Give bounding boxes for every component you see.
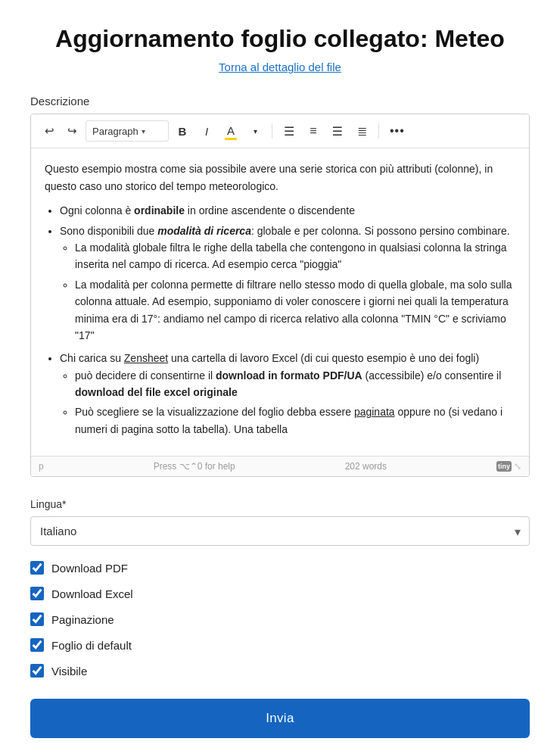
visibile-label[interactable]: Visibile [51,665,87,678]
download-pdf-label[interactable]: Download PDF [51,562,128,575]
editor-footer: p Press ⌥⌃0 for help 202 words tiny ⤡ [31,456,529,476]
bullet-item-2: Sono disponibili due modalità di ricerca… [60,223,515,344]
highlight-label: A [227,124,235,137]
sub-bullet-2a: può decidere di consentirne il download … [75,367,515,401]
checkbox-download-excel-item: Download Excel [30,587,530,600]
checkbox-foglio-default-item: Foglio di default [30,638,530,652]
back-link[interactable]: Torna al dettaglio del file [30,61,530,73]
language-select-wrapper: Italiano English Español Français Deutsc… [30,516,530,546]
main-bullet-list: Ogni colonna è ordinabile in ordine asce… [60,202,515,438]
word-count: 202 words [345,461,387,472]
download-excel-checkbox[interactable] [30,587,44,600]
description-editor: ↩ ↪ Paragraph ▾ B I A ▾ ☰ ≡ ☰ ≣ ••• Ques… [30,114,530,477]
foglio-default-label[interactable]: Foglio di default [51,639,132,652]
undo-button[interactable]: ↩ [39,120,60,142]
italic-button[interactable]: I [196,120,217,142]
align-justify-button[interactable]: ≣ [351,120,372,142]
bullet-item-1: Ogni colonna è ordinabile in ordine asce… [60,202,515,219]
redo-button[interactable]: ↪ [61,120,82,142]
tiny-logo-icon: tiny [496,461,512,472]
bold-button[interactable]: B [172,120,193,142]
sub-bullet-1b: La modalità per colonna permette di filt… [75,276,515,344]
download-pdf-checkbox[interactable] [30,561,44,575]
highlight-underline [225,138,237,140]
shortcuts-hint: Press ⌥⌃0 for help [154,461,235,472]
highlight-button[interactable]: A [220,120,241,142]
visibile-checkbox[interactable] [30,664,44,678]
paragraph-label: Paragraph [92,126,138,137]
description-label: Descrizione [30,95,530,107]
more-options-button[interactable]: ••• [385,120,409,142]
download-excel-label[interactable]: Download Excel [51,587,133,600]
editor-content-area[interactable]: Questo esempio mostra come sia possibile… [31,148,529,456]
language-label: Lingua* [30,498,530,510]
submit-button[interactable]: Invia [30,699,530,738]
editor-toolbar: ↩ ↪ Paragraph ▾ B I A ▾ ☰ ≡ ☰ ≣ ••• [31,114,529,148]
bullet-item-3: Chi carica su Zensheet una cartella di l… [60,350,515,438]
resize-handle-icon[interactable]: ⤡ [514,461,521,472]
page-title: Aggiornamento foglio collegato: Meteo [30,24,530,53]
highlight-dropdown-button[interactable]: ▾ [244,120,266,142]
checkbox-group: Download PDF Download Excel Paginazione … [30,561,530,678]
sub-bullet-list-1: La modalità globale filtra le righe dell… [75,239,515,344]
checkbox-download-pdf-item: Download PDF [30,561,530,575]
align-right-button[interactable]: ☰ [327,120,348,142]
paginazione-label[interactable]: Paginazione [51,613,114,626]
content-paragraph: Questo esempio mostra come sia possibile… [45,160,515,195]
paginazione-checkbox[interactable] [30,612,44,626]
sub-bullet-2b: Può scegliere se la visualizzazione del … [75,403,515,438]
align-left-button[interactable]: ☰ [278,120,300,142]
foglio-default-checkbox[interactable] [30,638,44,652]
language-group: Lingua* Italiano English Español Françai… [30,498,530,546]
p-tag: p [39,461,44,472]
language-select[interactable]: Italiano English Español Français Deutsc… [30,516,530,546]
toolbar-separator-1 [272,123,272,139]
sub-bullet-list-2: può decidere di consentirne il download … [75,367,515,438]
checkbox-paginazione-item: Paginazione [30,612,530,626]
toolbar-separator-2 [378,123,379,139]
paragraph-dropdown[interactable]: Paragraph ▾ [86,120,169,142]
tiny-badge: tiny ⤡ [496,461,521,472]
sub-bullet-1a: La modalità globale filtra le righe dell… [75,239,515,273]
paragraph-chevron-icon: ▾ [142,127,145,136]
checkbox-visibile-item: Visibile [30,664,530,678]
align-center-button[interactable]: ≡ [303,120,324,142]
